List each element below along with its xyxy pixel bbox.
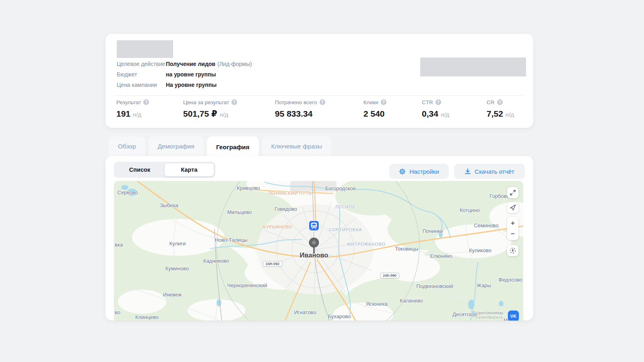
stat-value-number: 0,34 xyxy=(422,109,438,119)
my-location-button[interactable] xyxy=(507,202,518,213)
divider xyxy=(114,95,525,96)
expand-icon xyxy=(510,190,516,195)
map-label: Серково xyxy=(118,189,138,195)
stat-value: 2 540 xyxy=(363,109,386,119)
stat-na-suffix: н/д xyxy=(133,111,141,118)
campaign-detail-row: Целевое действиеПолучение лидов(Лид-форм… xyxy=(117,59,252,69)
stat-value: 191н/д xyxy=(116,109,149,119)
map-label: Чернореченский xyxy=(227,282,267,288)
railway-station-icon xyxy=(308,220,320,232)
help-icon[interactable]: ? xyxy=(320,99,325,105)
stat-na-suffix: н/д xyxy=(220,111,228,118)
tab-demography[interactable]: Демография xyxy=(149,136,204,156)
map-label: Подвязновский xyxy=(416,283,453,289)
map-label: Иневеж xyxy=(163,292,182,298)
stat-value-number: 2 540 xyxy=(363,109,385,119)
toggle-list[interactable]: Список xyxy=(115,163,164,177)
help-icon[interactable]: ? xyxy=(436,99,441,105)
map-label: Жары xyxy=(477,282,491,288)
zoom-control: + − xyxy=(507,217,518,240)
stat-label: Цена за результат? xyxy=(183,99,237,106)
map-label: Игнатово xyxy=(294,309,316,315)
campaign-summary-card: Целевое действиеПолучение лидов(Лид-форм… xyxy=(105,34,533,128)
stat-label-text: CTR xyxy=(422,99,433,105)
toggle-map[interactable]: Карта xyxy=(164,163,214,177)
campaign-detail-row: Бюджетна уровне группы xyxy=(117,69,252,80)
stat-label: Потрачено всего? xyxy=(275,99,325,106)
stat-label: CR? xyxy=(487,99,514,106)
map[interactable]: СерковоКривцовоБогородскоеЗыбихаМильцево… xyxy=(114,181,523,321)
map-label: Федосово xyxy=(498,277,522,283)
redacted-campaign-name xyxy=(117,40,173,58)
map-label: Токовицы xyxy=(395,246,418,252)
map-label: Зыбиха xyxy=(160,202,178,208)
zoom-in-button[interactable]: + xyxy=(507,218,518,228)
stat-column: Клики?2 540 xyxy=(363,99,386,119)
download-report-button[interactable]: Скачать отчёт xyxy=(454,164,525,179)
settings-label: Настройки xyxy=(409,168,439,175)
zoom-out-button[interactable]: − xyxy=(507,228,518,239)
detail-label: Цена кампании xyxy=(117,82,166,88)
stat-label: Клики? xyxy=(363,99,386,106)
redacted-block xyxy=(420,58,526,76)
tab-geography[interactable]: География xyxy=(207,136,259,158)
fullscreen-button[interactable] xyxy=(507,187,518,198)
stat-column: Результат?191н/д xyxy=(116,99,149,119)
vk-logo[interactable]: VK xyxy=(508,311,519,321)
tab-keywords[interactable]: Ключевые фразы xyxy=(262,136,331,156)
stat-value-number: 501,75 ₽ xyxy=(183,109,217,119)
osm-attribution[interactable]: OpenStreetMap contributors xyxy=(476,311,503,319)
map-label: Куликово xyxy=(469,247,491,253)
download-label: Скачать отчёт xyxy=(475,168,514,175)
stat-column: CR?7,52н/д xyxy=(487,99,514,119)
stat-label-text: Клики xyxy=(363,99,378,105)
attribution-line2: contributors xyxy=(476,315,503,319)
map-label: Клинцево xyxy=(135,314,159,320)
map-label: ЛЕНИНСКИЙ ПУТЬ xyxy=(268,191,312,195)
stat-value-number: 95 833.34 xyxy=(275,109,312,119)
map-label: Десятское xyxy=(452,311,477,317)
geography-card: СписокКарта Настройки Скачать отчёт xyxy=(105,156,533,321)
map-label: Починки xyxy=(423,228,443,234)
campaign-details: Целевое действиеПолучение лидов(Лид-форм… xyxy=(117,59,252,90)
help-icon[interactable]: ? xyxy=(381,99,386,105)
stat-value-number: 191 xyxy=(116,109,130,119)
stat-value: 501,75 ₽н/д xyxy=(183,109,237,119)
map-label: Бухарово xyxy=(328,313,351,319)
map-label: СОРТИРОВКА xyxy=(329,227,362,232)
help-icon[interactable]: ? xyxy=(143,99,149,105)
detail-value: на уровне группы xyxy=(166,71,216,78)
attribution-line1: OpenStreetMap xyxy=(476,311,503,315)
page: Целевое действиеПолучение лидов(Лид-форм… xyxy=(0,0,644,362)
map-label: Семиново xyxy=(474,222,498,228)
stat-label: Результат? xyxy=(116,99,149,106)
map-label: Богородское xyxy=(325,185,356,191)
analytics-tabs: ОбзорДемографияГеографияКлючевые фразы xyxy=(109,136,331,158)
detail-note: (Лид-формы) xyxy=(217,61,252,67)
locate-pin-button[interactable] xyxy=(507,245,518,256)
stat-label-text: Результат xyxy=(116,99,141,105)
road-shield: 24Н-092 xyxy=(263,261,283,267)
tab-overview[interactable]: Обзор xyxy=(109,136,145,156)
settings-button[interactable]: Настройки xyxy=(389,164,449,179)
stat-value-number: 7,52 xyxy=(487,109,503,119)
detail-label: Бюджет xyxy=(117,71,166,78)
map-label: Говядово xyxy=(275,206,297,212)
stat-na-suffix: н/д xyxy=(441,111,449,118)
help-icon[interactable]: ? xyxy=(231,99,237,105)
map-label: КУРЬЯНОВО xyxy=(263,224,293,229)
stat-column: CTR?0,34н/д xyxy=(422,99,449,119)
campaign-detail-row: Цена кампанииНа уровне группы xyxy=(117,80,252,90)
help-icon[interactable]: ? xyxy=(497,99,503,105)
map-label: Куминово xyxy=(165,265,189,272)
map-label: МИТРОФАНОВО xyxy=(347,242,386,247)
map-label: Калачево xyxy=(400,298,423,304)
stat-label-text: Цена за результат xyxy=(183,99,229,105)
map-label: ЛЕСНОЕ xyxy=(335,204,355,209)
map-label: Кадниково xyxy=(203,258,229,264)
detail-label: Целевое действие xyxy=(117,61,166,67)
map-pin xyxy=(308,238,320,254)
road-shield: 24К-090 xyxy=(380,273,399,278)
view-toggle: СписокКарта xyxy=(114,162,215,178)
map-label: во xyxy=(115,309,120,315)
